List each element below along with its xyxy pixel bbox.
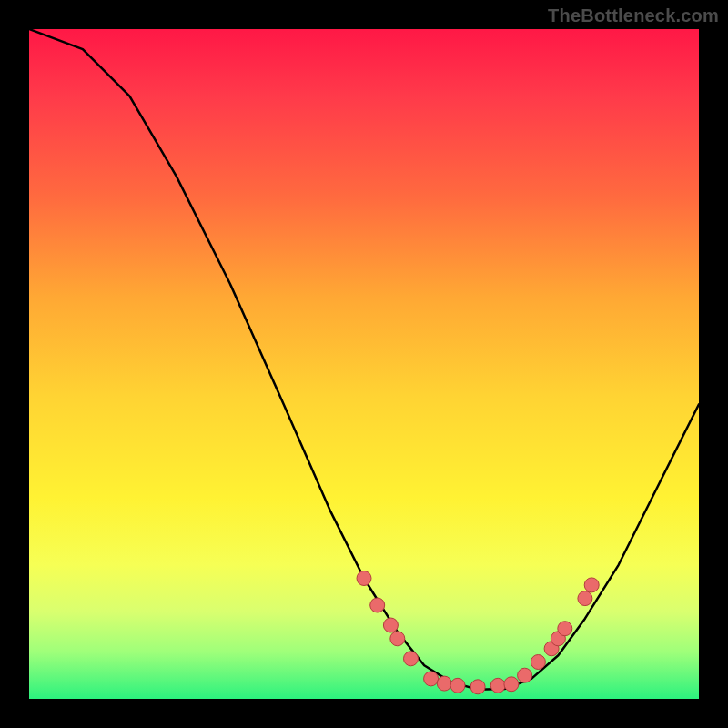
curve-marker: [390, 632, 405, 646]
curve-marker: [404, 652, 419, 666]
curve-marker: [504, 677, 519, 692]
curve-marker: [424, 672, 439, 686]
curve-marker: [450, 678, 465, 693]
curve-marker: [370, 598, 385, 612]
curve-marker: [470, 680, 485, 694]
attribution-label: TheBottleneck.com: [548, 5, 719, 26]
curve-marker: [518, 668, 532, 682]
curve-marker: [383, 618, 398, 632]
chart-frame: TheBottleneck.com: [0, 0, 728, 728]
curve-marker: [531, 655, 545, 670]
curve-marker: [578, 592, 592, 606]
plot-area: [29, 29, 699, 699]
curve-marker: [357, 571, 371, 586]
curve-marker: [558, 622, 572, 636]
curve-line: [29, 29, 699, 690]
bottleneck-curve-chart: [29, 29, 699, 699]
curve-marker: [584, 578, 599, 592]
curve-marker: [490, 678, 505, 693]
curve-marker: [437, 676, 451, 691]
